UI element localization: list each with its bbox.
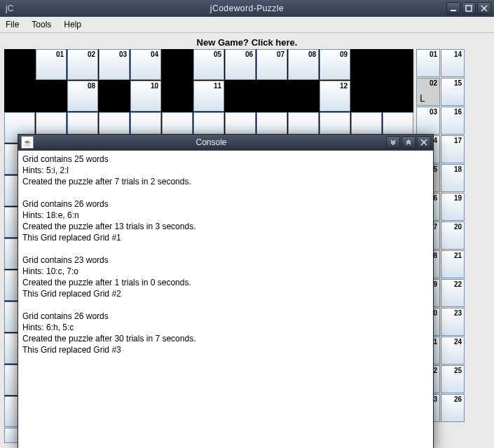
board-cell[interactable]: 07 <box>256 49 287 80</box>
board-cell[interactable]: 01 <box>36 49 67 80</box>
sidebar-cell-number: 15 <box>454 79 462 87</box>
board-cell[interactable]: 03 <box>99 49 130 80</box>
console-close-button[interactable] <box>417 136 431 149</box>
chevron-down-icon <box>389 138 397 147</box>
menu-tools[interactable]: Tools <box>30 18 53 31</box>
sidebar-code-cell[interactable]: 14 <box>441 49 465 77</box>
sidebar-code-cell[interactable]: 23 <box>441 308 465 336</box>
titlebar[interactable]: jC jCodeword-Puzzle <box>0 0 494 17</box>
board-cell <box>36 81 67 111</box>
board-cell <box>225 81 256 111</box>
cell-number: 10 <box>151 82 158 90</box>
sidebar-code-cell[interactable]: 26 <box>441 394 465 422</box>
close-icon <box>480 4 488 13</box>
sidebar-code-cell[interactable]: 18 <box>441 164 465 192</box>
menu-help[interactable]: Help <box>62 18 83 31</box>
board-cell <box>383 49 413 80</box>
console-scroll-down-button[interactable] <box>386 136 400 149</box>
new-game-label[interactable]: New Game? Click here. <box>4 34 490 49</box>
java-icon: ☕ <box>21 136 34 149</box>
sidebar-cell-number: 23 <box>454 309 462 317</box>
cell-number: 11 <box>214 82 221 90</box>
sidebar-cell-number: 22 <box>454 280 462 288</box>
cell-number: 07 <box>277 50 284 58</box>
menu-file[interactable]: File <box>4 18 20 31</box>
main-window: jC jCodeword-Puzzle File Tools Help New … <box>0 0 494 448</box>
cell-number: 02 <box>88 50 95 58</box>
board-cell <box>162 81 193 111</box>
sidebar-code-cell[interactable]: 22 <box>441 279 465 307</box>
sidebar-cell-number: 03 <box>430 108 437 116</box>
sidebar-cell-number: 17 <box>454 137 462 144</box>
board-cell[interactable]: 10 <box>130 81 161 111</box>
sidebar-code-cell[interactable]: 24 <box>441 337 465 365</box>
sidebar-cell-number: 26 <box>454 395 462 403</box>
sidebar-code-cell[interactable]: 21 <box>441 250 465 278</box>
sidebar-cell-number: 24 <box>454 338 462 346</box>
board-cell[interactable]: 08 <box>67 81 98 111</box>
sidebar-code-cell[interactable]: 16 <box>441 107 465 135</box>
board-cell <box>256 81 287 111</box>
sidebar-cell-letter: L <box>420 93 425 104</box>
board-cell <box>383 81 413 111</box>
sidebar-code-cell[interactable]: 03 <box>416 107 440 135</box>
sidebar-cell-number: 25 <box>454 367 462 374</box>
sidebar-code-cell[interactable]: 25 <box>441 365 465 393</box>
board-cell <box>351 81 382 111</box>
board-cell <box>162 49 193 80</box>
board-cell[interactable]: 12 <box>320 81 350 111</box>
board-cell <box>288 81 319 111</box>
sidebar-code-cell[interactable]: 20 <box>441 222 465 250</box>
sidebar-cell-number: 21 <box>454 252 462 259</box>
svg-rect-1 <box>466 6 472 11</box>
board-cell[interactable]: 09 <box>320 49 350 80</box>
sidebar-cell-number: 18 <box>454 165 462 173</box>
sidebar-code-cell[interactable]: 19 <box>441 193 465 221</box>
window-title: jCodeword-Puzzle <box>48 4 446 13</box>
cell-number: 04 <box>151 50 158 58</box>
board-cell <box>99 81 130 111</box>
board-cell <box>351 49 382 80</box>
cell-number: 03 <box>119 50 127 58</box>
svg-rect-0 <box>451 10 456 11</box>
sidebar-cell-number: 02 <box>430 79 437 87</box>
client-area: New Game? Click here. 010203040506070809… <box>0 33 494 448</box>
board-cell <box>4 81 35 111</box>
console-title: Console <box>36 137 386 147</box>
board-cell[interactable]: 05 <box>193 49 224 80</box>
sidebar-code-cell[interactable]: 01 <box>416 49 440 77</box>
titlebar-left-label: jC <box>3 4 48 13</box>
minimize-button[interactable] <box>446 2 460 15</box>
close-button[interactable] <box>477 2 491 15</box>
board-cell[interactable]: 11 <box>193 81 224 111</box>
cell-number: 12 <box>340 82 348 90</box>
minimize-icon <box>449 4 458 13</box>
sidebar-cell-number: 20 <box>454 223 462 231</box>
chevron-up-icon <box>404 138 413 147</box>
sidebar-cell-number: 19 <box>454 194 462 202</box>
cell-number: 06 <box>245 50 253 58</box>
board-cell[interactable]: 06 <box>225 49 256 80</box>
sidebar-code-cell[interactable]: 17 <box>441 135 465 163</box>
maximize-button[interactable] <box>462 2 476 15</box>
sidebar-code-cell[interactable]: 15 <box>441 78 465 106</box>
board-cell[interactable]: 04 <box>130 49 161 80</box>
sidebar-cell-number: 01 <box>430 50 437 58</box>
sidebar-cell-number: 16 <box>454 108 462 116</box>
menubar: File Tools Help <box>0 17 494 33</box>
board-cell[interactable]: 02 <box>67 49 98 80</box>
sidebar-code-cell[interactable]: 02L <box>416 78 440 106</box>
console-scroll-up-button[interactable] <box>402 136 416 149</box>
cell-number: 05 <box>214 50 221 58</box>
cell-number: 08 <box>308 50 316 58</box>
close-icon <box>420 138 428 147</box>
console-window[interactable]: ☕ Console Grid contains 25 words Hints: … <box>18 134 434 448</box>
sidebar-cell-number: 14 <box>454 50 462 58</box>
maximize-icon <box>465 4 473 13</box>
console-titlebar[interactable]: ☕ Console <box>18 135 433 150</box>
cell-number: 08 <box>88 82 95 90</box>
board-cell[interactable]: 08 <box>288 49 319 80</box>
cell-number: 09 <box>340 50 348 58</box>
console-body[interactable]: Grid contains 25 words Hints: 5:i, 2:l C… <box>18 150 433 448</box>
cell-number: 01 <box>56 50 64 58</box>
